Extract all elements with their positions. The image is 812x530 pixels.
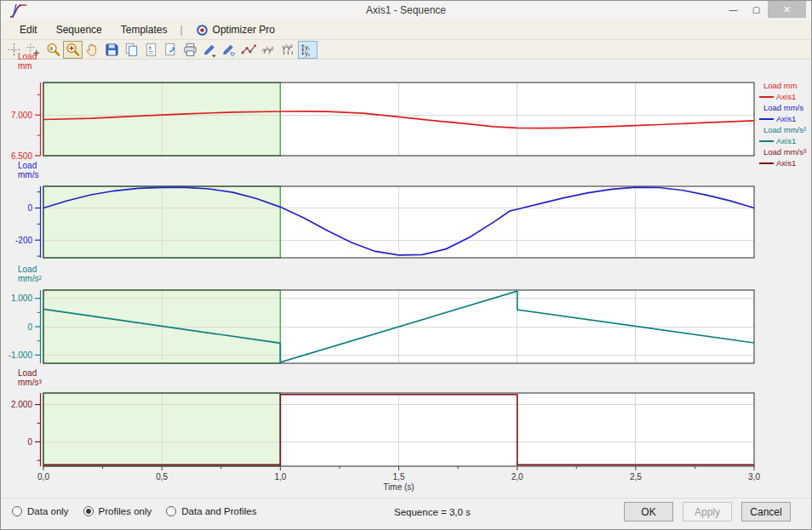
y-tick-label: 0 [27, 437, 32, 447]
window-controls: — ▢ ✕ [722, 1, 806, 18]
show-y-labels-icon[interactable]: y¹y² [278, 41, 298, 59]
radio-data-and-profiles[interactable]: Data and Profiles [166, 506, 256, 516]
x-axis: 0,00,51,01,52,02,53,0Time (s) [37, 466, 760, 492]
legend-line-swatch-icon [759, 140, 774, 142]
dialog-buttons: OKApplyCancel [624, 502, 791, 521]
ok-button[interactable]: OK [624, 502, 673, 521]
zoom-in-icon[interactable] [63, 41, 83, 59]
chart-area: Loadmm7.0006.500Loadmm/s0-200Loadmm/s²1.… [1, 60, 812, 498]
radio-label: Data only [27, 506, 69, 516]
legend-entry-label: Load mm/s² [759, 124, 812, 135]
menu-bar: EditSequenceTemplates|Optimizer Pro [2, 20, 810, 40]
footer-divider [1, 498, 811, 499]
sequence-duration-label: Sequence = 3,0 s [394, 507, 471, 517]
x-axis-label: Time (s) [383, 482, 414, 492]
export-document-icon[interactable] [161, 41, 180, 59]
chart-load-mm-s[interactable]: 2.00000,00,51,01,52,02,53,0Time (s) [1, 393, 771, 495]
x-tick-label: 2,0 [512, 472, 523, 482]
legend-entry-label: Load mm [759, 80, 812, 91]
copy-icon[interactable] [122, 41, 141, 59]
cancel-button[interactable]: Cancel [741, 502, 791, 521]
radio-button-icon[interactable] [166, 506, 176, 516]
optimizer-pro-icon [196, 24, 209, 37]
radio-profiles-only[interactable]: Profiles only [83, 506, 152, 516]
scatter-curve-icon[interactable] [239, 41, 259, 59]
svg-text:y₂: y₂ [305, 50, 311, 57]
legend-entry-label: Load mm/s [759, 102, 812, 113]
legend-entry-series: Axis1 [759, 135, 812, 146]
svg-text:±: ± [49, 44, 54, 52]
window-title: Axis1 - Sequence [1, 4, 811, 16]
radio-button-icon[interactable] [12, 506, 22, 516]
axis-title-load-mm: Loadmm [18, 52, 37, 71]
axis-title-load-mm-s: Loadmm/s² [18, 265, 42, 283]
chart-load-mm-s[interactable]: 1.0000-1.000 [1, 290, 771, 392]
x-tick-label: 2,5 [630, 472, 642, 482]
title-bar: Axis1 - Sequence — ▢ ✕ [1, 1, 811, 20]
legend-entry-series: Axis1 [759, 91, 812, 102]
menu-item-edit[interactable]: Edit [10, 22, 47, 37]
menu-item-sequence[interactable]: Sequence [47, 22, 112, 37]
pan-hand-icon[interactable] [83, 41, 102, 59]
y-tick-label: 1.000 [11, 293, 32, 303]
close-button[interactable]: ✕ [768, 1, 806, 18]
y-tick-label: 0 [27, 203, 32, 213]
menu-separator: | [176, 22, 186, 37]
y-tick-label: -1.000 [9, 350, 33, 360]
y-axis [35, 290, 41, 363]
print-icon[interactable] [180, 41, 200, 59]
minimize-button[interactable]: — [722, 1, 745, 18]
hide-y-labels-icon[interactable]: -y¹y² [259, 41, 278, 59]
legend-line-swatch-icon [759, 162, 774, 164]
legend: Load mmAxis1Load mm/sAxis1Load mm/s²Axis… [759, 80, 812, 168]
legend-entry-label: Load mm/s³ [759, 146, 812, 157]
apply-button[interactable]: Apply [683, 502, 732, 521]
axis-title-load-mm-s: Loadmm/s [18, 161, 38, 180]
x-tick-label: 0,0 [37, 472, 49, 482]
radio-button-icon[interactable] [83, 506, 94, 516]
y-tick-label: -200 [15, 236, 32, 245]
x-tick-label: 1,5 [393, 472, 405, 482]
svg-text:±: ± [148, 44, 152, 51]
svg-text:y¹y²: y¹y² [283, 43, 293, 50]
y-axis [35, 393, 41, 466]
zoom-range-icon[interactable]: ± [43, 41, 63, 59]
radio-label: Data and Profiles [181, 506, 256, 516]
y-tick-label: 2.000 [11, 400, 32, 409]
radio-label: Profiles only [99, 506, 152, 516]
data-document-icon[interactable]: ± [141, 41, 161, 59]
toolbar: ±±-y¹y²y¹y²y₁y₂ [2, 40, 810, 60]
chart-load-mm-s[interactable]: 0-200 [1, 186, 771, 287]
y-tick-label: 0 [27, 322, 32, 332]
maximize-button[interactable]: ▢ [745, 1, 768, 18]
x-tick-label: 0,5 [156, 472, 168, 482]
svg-text:-y¹y²: -y¹y² [261, 47, 274, 54]
y-tick-label: 6.500 [11, 151, 32, 161]
sequence-editor-window: Axis1 - Sequence — ▢ ✕ EditSequenceTempl… [0, 0, 812, 530]
pencil-edit-icon[interactable] [220, 41, 239, 59]
radio-data-only[interactable]: Data only [12, 506, 69, 516]
menu-item-optimizer-pro[interactable]: Optimizer Pro [186, 22, 284, 38]
save-icon[interactable] [102, 41, 122, 59]
legend-entry-series: Axis1 [759, 113, 812, 124]
legend-line-swatch-icon [759, 96, 774, 98]
menu-item-templates[interactable]: Templates [112, 22, 177, 37]
y-tick-label: 7.000 [11, 111, 32, 120]
x-tick-label: 3,0 [748, 472, 760, 482]
x-tick-label: 1,0 [274, 472, 286, 482]
legend-line-swatch-icon [759, 118, 774, 120]
y-axis [35, 83, 41, 156]
pencil-icon[interactable] [200, 41, 220, 59]
legend-entry-series: Axis1 [759, 157, 812, 168]
display-mode-radio-group: Data onlyProfiles onlyData and Profiles [12, 506, 256, 516]
split-y-axes-icon[interactable]: y₁y₂ [298, 41, 317, 59]
chart-load-mm[interactable]: 7.0006.500 [1, 83, 771, 185]
y-axis [35, 186, 41, 258]
axis-title-load-mm-s: Loadmm/s³ [18, 368, 42, 387]
